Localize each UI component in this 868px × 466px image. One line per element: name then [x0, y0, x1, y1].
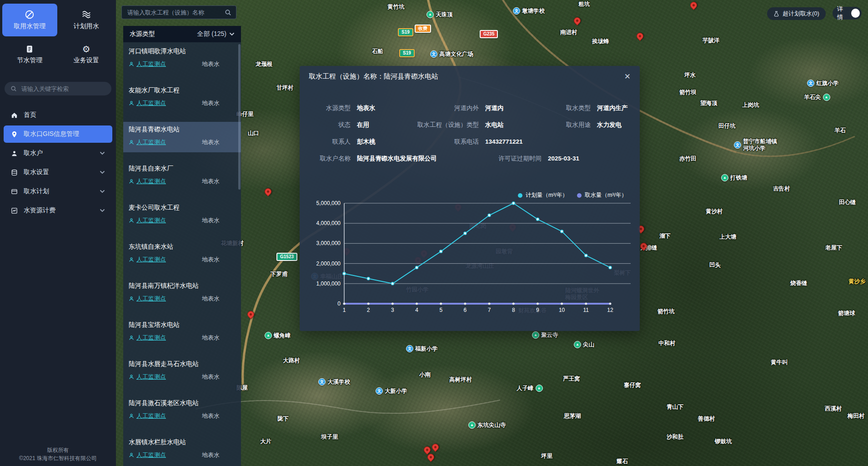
module-label: 业务设置 [74, 56, 99, 65]
sidebar-item-label: 首页 [24, 111, 36, 119]
search-icon [10, 85, 17, 92]
map-marker-pin[interactable] [263, 187, 273, 196]
mountain-icon: ▲ [823, 94, 830, 101]
svg-text:5: 5 [439, 307, 442, 313]
scrollbar[interactable] [238, 44, 241, 190]
map-label: ▲聚云寺 [532, 331, 558, 339]
monitor-link[interactable]: 人工监测点 [129, 451, 166, 459]
map-marker-pin[interactable] [246, 310, 256, 319]
field-value: 13432771221 [485, 138, 523, 145]
list-item[interactable]: 陆河县南万镇杞洋水电站人工监测点地表水 [123, 278, 241, 309]
legend-item[interactable]: 取水量（m³/年） [577, 191, 627, 199]
chevron-down-icon [100, 209, 105, 212]
map-label: 箭竹坑 [657, 308, 675, 315]
station-search-input[interactable] [126, 9, 225, 16]
school-icon: 文 [406, 345, 413, 352]
person-icon [129, 374, 134, 380]
monitor-link[interactable]: 人工监测点 [129, 177, 166, 185]
sidebar-item-5[interactable]: 取水计划 [4, 183, 112, 200]
station-search[interactable] [121, 5, 236, 19]
mountain-icon: ▲ [532, 331, 539, 339]
list-item[interactable]: 水唇镇水栏肚水电站人工监测点地表水 [123, 435, 241, 465]
road-badge: G1523 [276, 253, 297, 261]
sidebar-search-input[interactable] [20, 85, 105, 93]
map-label: 文福新小学 [406, 345, 438, 352]
map-label: ▲螺角嶂 [265, 332, 291, 339]
search-icon[interactable] [225, 9, 231, 16]
over-plan-button[interactable]: 超计划取水(0) [767, 7, 826, 20]
station-name: 陆河县激石溪老区水电站 [129, 399, 236, 407]
sidebar-item-6[interactable]: 水资源计费 [4, 202, 112, 219]
list-item[interactable]: 东坑镇自来水站人工监测点地表水 [123, 239, 241, 270]
map-label: 人子嶂▲ [517, 385, 543, 392]
monitor-link[interactable]: 人工监测点 [129, 295, 166, 303]
legend-item[interactable]: 计划量（m³/年） [518, 191, 568, 199]
list-item[interactable]: 陆河县自来水厂人工监测点地表水 [123, 161, 241, 191]
pin-icon [11, 131, 18, 138]
svg-text:2: 2 [367, 307, 370, 313]
list-item[interactable]: 陆河县水唇走马石水电站人工监测点地表水 [123, 356, 241, 387]
sidebar-item-2[interactable]: 取水口GIS信息管理 [4, 125, 112, 143]
svg-text:3,000,000: 3,000,000 [316, 240, 341, 246]
monitor-link[interactable]: 人工监测点 [129, 334, 166, 342]
monitor-link[interactable]: 人工监测点 [129, 216, 166, 225]
monitor-link[interactable]: 人工监测点 [129, 373, 166, 381]
module-3[interactable]: 节水管理 [2, 38, 57, 71]
list-item[interactable]: 友能水厂取水工程人工监测点地表水 [123, 83, 241, 113]
waves-icon [81, 10, 91, 20]
map-marker-pin[interactable] [689, 0, 698, 10]
close-icon[interactable]: ✕ [624, 73, 631, 80]
station-name: 友能水厂取水工程 [129, 86, 236, 95]
map-label: 黄沙村 [706, 208, 723, 215]
module-2[interactable]: 计划用水 [59, 4, 114, 36]
map-label: 陇下 [277, 416, 289, 422]
monitor-link[interactable]: 人工监测点 [129, 99, 166, 107]
list-item[interactable]: 陆河县青磜水电站人工监测点地表水 [123, 122, 241, 152]
filter-dropdown[interactable]: 全部 (125) [197, 30, 235, 38]
field-value: 水电站 [485, 121, 504, 129]
map-label: 大路村 [283, 357, 300, 364]
list-item[interactable]: 麦卡公司取水工程人工监测点地表水 [123, 200, 241, 230]
map-label: 芋陂洋 [702, 37, 720, 44]
svg-text:5,000,000: 5,000,000 [316, 200, 341, 206]
map-label: 黄牛叫 [771, 359, 788, 366]
monitor-link[interactable]: 人工监测点 [129, 60, 166, 68]
sidebar-item-label: 取水设置 [24, 168, 49, 176]
monitor-link[interactable]: 人工监测点 [129, 138, 166, 146]
detail-toggle[interactable]: 详情 [833, 7, 862, 20]
field-row: 联系人彭木桃联系电话13432771221 [307, 138, 632, 146]
toggle-knob[interactable] [851, 9, 860, 18]
person-icon [129, 413, 134, 419]
sidebar-item-3[interactable]: 取水户 [4, 145, 112, 162]
field-value: 彭木桃 [357, 138, 376, 146]
list-item[interactable]: 河口镇唱歌潭水电站人工监测点地表水 [123, 44, 241, 74]
map-marker-pin[interactable] [635, 31, 645, 41]
list-item[interactable]: 陆河县激石溪老区水电站人工监测点地表水 [123, 396, 241, 426]
module-1[interactable]: 取用水管理 [2, 4, 57, 36]
map-label: 文普宁市船埔镇河坑小学 [734, 138, 777, 152]
sidebar-search[interactable] [5, 82, 111, 95]
field: 取水用途水力发电 [547, 121, 632, 129]
field-label: 许可证过期时间 [482, 155, 542, 163]
map-marker-pin[interactable] [572, 16, 582, 25]
field-label: 取水户名称 [307, 155, 351, 163]
map-label: 文高塘文化广场 [430, 50, 473, 58]
map-marker-pin[interactable] [431, 442, 440, 452]
svg-text:4: 4 [415, 307, 418, 313]
list-item[interactable]: 陆河县宝塔水电站人工监测点地表水 [123, 317, 241, 348]
module-4[interactable]: ⚙业务设置 [59, 38, 114, 71]
sidebar-item-4[interactable]: 取水设置 [4, 164, 112, 181]
station-name: 陆河县水唇走马石水电站 [129, 360, 236, 368]
map-label: 箭塘球 [838, 310, 855, 317]
water-source-type: 地表水 [202, 177, 220, 185]
map-label: 沙和肚 [667, 434, 684, 441]
map-label: 箭竹坝 [679, 89, 697, 96]
map-label: 坪水 [684, 72, 696, 79]
monitor-link[interactable]: 人工监测点 [129, 412, 166, 420]
map-label: 甘坪村 [276, 85, 294, 91]
monitor-link[interactable]: 人工监测点 [129, 256, 166, 264]
map-label: 文红旗小学 [807, 80, 839, 87]
field-value: 河道内生产 [597, 104, 628, 112]
sidebar-item-1[interactable]: 首页 [4, 106, 112, 124]
map-label: 大片 [260, 438, 271, 445]
